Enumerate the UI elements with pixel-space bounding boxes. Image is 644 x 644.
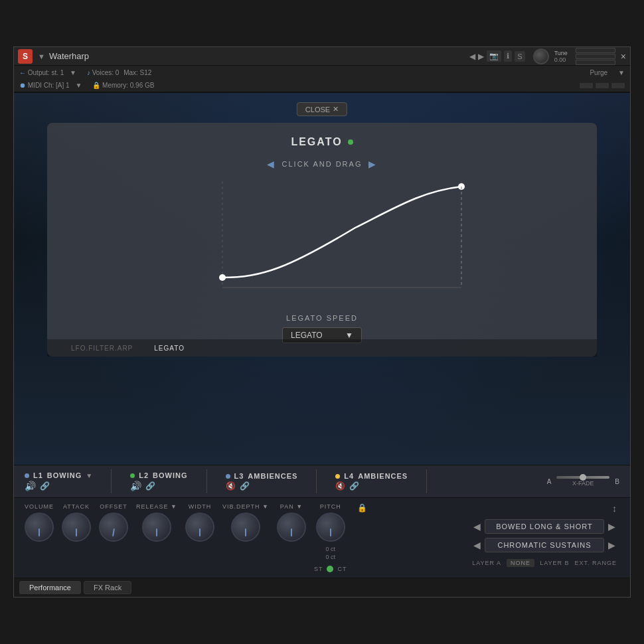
lock-icon[interactable]: 🔒 bbox=[357, 503, 367, 513]
tab-fx-rack[interactable]: FX Rack bbox=[84, 581, 131, 594]
l3-label: L3 bbox=[234, 472, 244, 480]
controls-section: VOLUME ATTACK OFFSET RELEASE ▼ WIDTH bbox=[14, 498, 630, 578]
offset-label: OFFSET bbox=[100, 503, 127, 510]
legato-modal: LEGATO ◀ CLICK AND DRAG ▶ bbox=[47, 123, 597, 357]
pitch-label: PITCH bbox=[320, 503, 341, 510]
l4-link-icon[interactable]: 🔗 bbox=[349, 481, 359, 491]
memory-info: 🔒 Memory: 0.96 GB bbox=[92, 82, 154, 89]
output-label: ← Output: st. 1 ▼ bbox=[19, 69, 76, 76]
curve-container[interactable] bbox=[67, 175, 577, 307]
purge-btn[interactable]: Purge bbox=[590, 69, 607, 76]
layer-divider-4 bbox=[426, 469, 427, 493]
l1-icons: 🔊 🔗 bbox=[25, 481, 92, 491]
release-label: RELEASE ▼ bbox=[136, 503, 177, 510]
layer-l3: L3 AMBIENCES 🔇 🔗 bbox=[226, 472, 298, 491]
info-icon[interactable]: ℹ bbox=[504, 50, 512, 62]
preset2-next-btn[interactable]: ▶ bbox=[607, 540, 617, 550]
layer-divider-3 bbox=[316, 469, 317, 493]
pitch-group: PITCH 0 ct 0 ct ST CT bbox=[314, 503, 347, 572]
layer-l1: L1 BOWING ▼ 🔊 🔗 bbox=[25, 471, 92, 491]
close-x-button[interactable]: CLOSE ✕ bbox=[297, 102, 347, 116]
voices-info: ♪ Voices: 0 Max: S12 bbox=[87, 69, 151, 76]
expand-icon[interactable]: ↕ bbox=[612, 503, 617, 514]
offset-knob-group: OFFSET bbox=[99, 503, 128, 542]
camera-icon[interactable]: 📷 bbox=[487, 50, 501, 62]
tab-performance[interactable]: Performance bbox=[19, 581, 81, 594]
attack-knob-group: ATTACK bbox=[62, 503, 91, 542]
volume-label: VOLUME bbox=[25, 503, 54, 510]
layer-divider-1 bbox=[111, 469, 112, 493]
l2-link-icon[interactable]: 🔗 bbox=[145, 481, 155, 491]
midi-ch-info: ⏺ MIDI Ch: [A] 1 ▼ bbox=[19, 82, 82, 89]
pitch-knob[interactable] bbox=[316, 513, 345, 542]
title-bar: S ▼ Waterharp ◀ ▶ 📷 ℹ S Tune 0.00 bbox=[14, 47, 630, 66]
pan-knob[interactable] bbox=[277, 513, 306, 542]
preset2-name: CHROMATIC SUSTAINS bbox=[485, 538, 604, 552]
kontakt-logo: S bbox=[18, 49, 33, 64]
attack-label: ATTACK bbox=[63, 503, 90, 510]
xfade-section: A X-FADE B bbox=[547, 476, 619, 487]
pan-knob-group: PAN ▼ bbox=[277, 503, 306, 542]
speed-label: LEGATO SPEED bbox=[67, 314, 577, 322]
vibdepth-knob[interactable] bbox=[231, 513, 260, 542]
legato-active-dot bbox=[348, 139, 353, 145]
pitch-values: 0 ct 0 ct bbox=[325, 546, 335, 560]
l4-dot bbox=[335, 474, 340, 479]
bottom-tabs: Performance FX Rack bbox=[14, 578, 630, 597]
kontakt-header: S ▼ Waterharp ◀ ▶ 📷 ℹ S Tune 0.00 bbox=[14, 47, 630, 93]
l2-volume-icon[interactable]: 🔊 bbox=[130, 481, 141, 491]
layer-section: L1 BOWING ▼ 🔊 🔗 L2 BOWING 🔊 🔗 bbox=[14, 465, 630, 498]
instrument-name: Waterharp bbox=[49, 51, 469, 61]
offset-knob[interactable] bbox=[99, 513, 128, 542]
l3-mute-icon[interactable]: 🔇 bbox=[226, 481, 236, 491]
midi-bar: ⏺ MIDI Ch: [A] 1 ▼ 🔒 Memory: 0.96 GB bbox=[14, 79, 630, 92]
ext-range-label: EXT. RANGE bbox=[574, 560, 617, 566]
tab-lfo-filter-arp[interactable]: LFO.FILTER.ARP bbox=[60, 345, 143, 352]
preset2-prev-btn[interactable]: ◀ bbox=[472, 540, 482, 550]
presets-panel: ↕ ◀ BOWED LONG & SHORT ▶ ◀ CHROMATIC SUS… bbox=[472, 503, 619, 567]
l3-icons: 🔇 🔗 bbox=[226, 481, 298, 491]
legato-title: LEGATO bbox=[67, 136, 577, 148]
xfade-slider[interactable] bbox=[556, 476, 609, 479]
plugin-window: S ▼ Waterharp ◀ ▶ 📷 ℹ S Tune 0.00 bbox=[13, 46, 631, 598]
modal-tab-bar: LFO.FILTER.ARP LEGATO bbox=[47, 339, 597, 357]
l4-name: AMBIENCES bbox=[358, 472, 408, 480]
drag-label: ◀ CLICK AND DRAG ▶ bbox=[67, 159, 577, 169]
layer-a-label: LAYER A bbox=[472, 560, 501, 566]
preset1-row: ◀ BOWED LONG & SHORT ▶ bbox=[472, 519, 617, 534]
close-button[interactable]: × bbox=[621, 51, 626, 62]
volume-knob[interactable] bbox=[25, 513, 54, 542]
release-knob-group: RELEASE ▼ bbox=[136, 503, 177, 542]
l1-link-icon[interactable]: 🔗 bbox=[40, 481, 50, 491]
l1-volume-icon[interactable]: 🔊 bbox=[25, 481, 36, 491]
width-knob-group: WIDTH bbox=[185, 503, 214, 542]
width-knob[interactable] bbox=[185, 513, 214, 542]
preset1-next-btn[interactable]: ▶ bbox=[607, 521, 617, 532]
s-button[interactable]: S bbox=[515, 51, 524, 62]
st-label: ST bbox=[314, 566, 323, 572]
l2-name: BOWING bbox=[153, 471, 187, 479]
legato-curve[interactable] bbox=[67, 175, 577, 307]
layer-labels-row: LAYER A NONE LAYER B EXT. RANGE bbox=[472, 559, 617, 567]
l1-label: L1 bbox=[33, 471, 43, 479]
l1-arrow[interactable]: ▼ bbox=[86, 472, 92, 479]
width-label: WIDTH bbox=[189, 503, 212, 510]
xfade-label: X-FADE bbox=[572, 480, 594, 487]
layer-l4: L4 AMBIENCES 🔇 🔗 bbox=[335, 472, 408, 491]
l2-label: L2 bbox=[139, 471, 149, 479]
header-icons: ◀ ▶ 📷 ℹ S Tune 0.00 × bbox=[469, 48, 626, 65]
preset1-prev-btn[interactable]: ◀ bbox=[472, 521, 482, 532]
l3-link-icon[interactable]: 🔗 bbox=[240, 481, 250, 491]
l4-mute-icon[interactable]: 🔇 bbox=[335, 481, 345, 491]
tab-legato[interactable]: LEGATO bbox=[143, 345, 195, 352]
l4-icons: 🔇 🔗 bbox=[335, 481, 408, 491]
st-toggle[interactable] bbox=[327, 566, 333, 572]
l1-name: BOWING bbox=[47, 471, 82, 479]
xfade-b-label: B bbox=[615, 478, 619, 485]
l2-dot bbox=[130, 473, 135, 478]
none-badge: NONE bbox=[507, 559, 534, 567]
attack-knob[interactable] bbox=[62, 513, 91, 542]
l3-name: AMBIENCES bbox=[248, 472, 297, 480]
release-knob[interactable] bbox=[142, 513, 171, 542]
l3-dot bbox=[226, 474, 230, 479]
